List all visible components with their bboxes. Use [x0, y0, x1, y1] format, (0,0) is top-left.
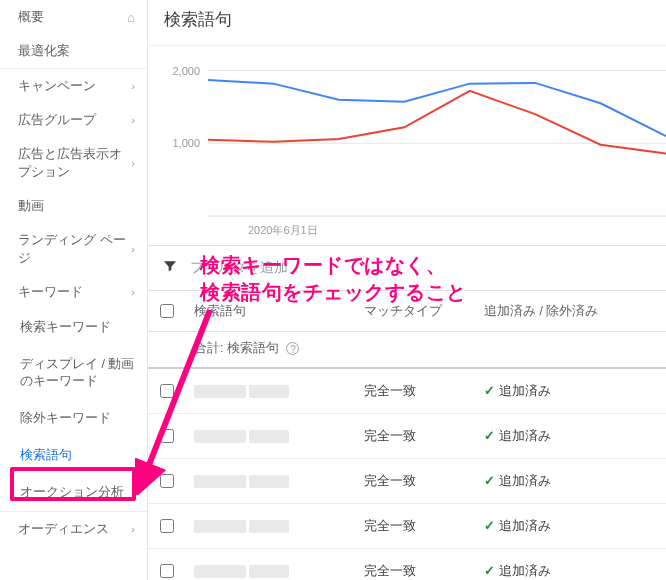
match-cell: 完全一致 — [356, 549, 476, 581]
total-label: 合計: 検索語句 — [194, 341, 279, 355]
sidebar-subitem[interactable]: ディスプレイ / 動画のキーワード — [0, 346, 147, 400]
term-cell — [186, 549, 356, 581]
results-table: 検索語句 マッチタイプ 追加済み / 除外済み 合計: 検索語句 ? 完全一致✓… — [148, 291, 666, 580]
sidebar-item-label: 広告と広告表示オプション — [18, 145, 131, 181]
check-icon: ✓ — [484, 474, 495, 488]
chevron-right-icon: › — [131, 286, 135, 298]
filter-bar: フィルタを追加 — [148, 245, 666, 291]
home-icon: ⌂ — [127, 10, 135, 25]
term-cell — [186, 414, 356, 459]
row-checkbox[interactable] — [160, 384, 174, 398]
select-all-checkbox[interactable] — [160, 304, 174, 318]
table-row: 完全一致✓追加済み — [148, 549, 666, 581]
check-icon: ✓ — [484, 429, 495, 443]
sidebar-item[interactable]: 最適化案 — [0, 34, 147, 68]
sidebar-item[interactable]: 広告と広告表示オプション› — [0, 137, 147, 189]
sidebar-item[interactable]: 概要⌂ — [0, 0, 147, 34]
sidebar-item-label: キャンペーン — [18, 77, 96, 95]
check-icon: ✓ — [484, 564, 495, 578]
svg-text:2020年6月1日: 2020年6月1日 — [248, 224, 318, 236]
table-row: 完全一致✓追加済み — [148, 459, 666, 504]
sidebar: 概要⌂最適化案キャンペーン›広告グループ›広告と広告表示オプション›動画ランディ… — [0, 0, 148, 580]
status-cell: ✓追加済み — [476, 368, 666, 414]
match-cell: 完全一致 — [356, 504, 476, 549]
sidebar-item-label: ランディング ページ — [18, 231, 131, 267]
sidebar-item-label: キーワード — [18, 283, 83, 301]
sidebar-item-label: 概要 — [18, 8, 44, 26]
chevron-right-icon: › — [131, 114, 135, 126]
chevron-right-icon: › — [131, 80, 135, 92]
sidebar-item-label: 動画 — [18, 197, 44, 215]
match-cell: 完全一致 — [356, 459, 476, 504]
status-cell: ✓追加済み — [476, 504, 666, 549]
status-cell: ✓追加済み — [476, 414, 666, 459]
term-cell — [186, 504, 356, 549]
table-total-row: 合計: 検索語句 ? — [148, 332, 666, 369]
sidebar-item[interactable]: キャンペーン› — [0, 69, 147, 103]
chevron-right-icon: › — [131, 243, 135, 255]
col-header-term[interactable]: 検索語句 — [186, 291, 356, 332]
term-cell — [186, 368, 356, 414]
chart: 1,0002,0002020年6月1日 — [148, 45, 666, 245]
term-cell — [186, 459, 356, 504]
col-header-status[interactable]: 追加済み / 除外済み — [476, 291, 666, 332]
chevron-right-icon: › — [131, 523, 135, 535]
table-row: 完全一致✓追加済み — [148, 368, 666, 414]
match-cell: 完全一致 — [356, 414, 476, 459]
check-icon: ✓ — [484, 384, 495, 398]
row-checkbox[interactable] — [160, 519, 174, 533]
sidebar-item-label: オーディエンス — [18, 520, 109, 538]
sidebar-subitem[interactable]: 除外キーワード — [0, 400, 147, 437]
svg-text:2,000: 2,000 — [172, 65, 200, 77]
chevron-right-icon: › — [131, 157, 135, 169]
help-icon[interactable]: ? — [286, 342, 299, 355]
table-row: 完全一致✓追加済み — [148, 504, 666, 549]
sidebar-subitem[interactable]: オークション分析 — [0, 474, 147, 511]
svg-text:1,000: 1,000 — [172, 137, 200, 149]
page-title: 検索語句 — [148, 0, 666, 45]
match-cell: 完全一致 — [356, 368, 476, 414]
check-icon: ✓ — [484, 519, 495, 533]
row-checkbox[interactable] — [160, 564, 174, 578]
col-header-match[interactable]: マッチタイプ — [356, 291, 476, 332]
sidebar-item-label: 最適化案 — [18, 42, 70, 60]
sidebar-item-label: 広告グループ — [18, 111, 96, 129]
sidebar-item[interactable]: 広告グループ› — [0, 103, 147, 137]
row-checkbox[interactable] — [160, 429, 174, 443]
sidebar-item[interactable]: キーワード› — [0, 275, 147, 309]
add-filter-button[interactable]: フィルタを追加 — [184, 259, 288, 277]
sidebar-item[interactable]: オーディエンス› — [0, 512, 147, 546]
row-checkbox[interactable] — [160, 474, 174, 488]
status-cell: ✓追加済み — [476, 459, 666, 504]
sidebar-subitem[interactable]: 検索キーワード — [0, 309, 147, 346]
sidebar-item[interactable]: ランディング ページ› — [0, 223, 147, 275]
filter-icon[interactable] — [156, 258, 184, 278]
sidebar-item[interactable]: 動画 — [0, 189, 147, 223]
table-row: 完全一致✓追加済み — [148, 414, 666, 459]
sidebar-subitem[interactable]: 検索語句 — [0, 437, 147, 474]
main: 検索語句 1,0002,0002020年6月1日 フィルタを追加 検索語句 マッ… — [148, 0, 666, 580]
status-cell: ✓追加済み — [476, 549, 666, 581]
